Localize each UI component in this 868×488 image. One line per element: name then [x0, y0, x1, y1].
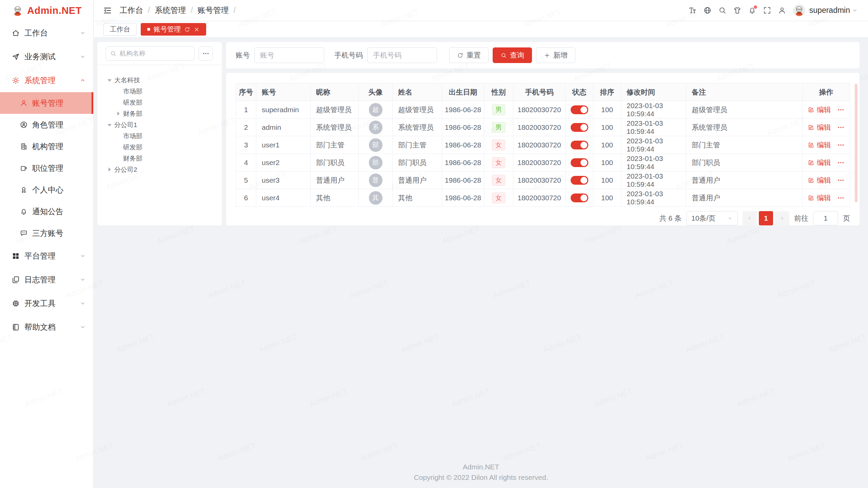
tree-caret-icon[interactable] — [116, 100, 123, 105]
edit-button[interactable]: 编辑 — [808, 105, 831, 115]
status-toggle[interactable] — [571, 158, 588, 167]
tree-caret-icon[interactable] — [107, 167, 114, 172]
cell-remark: 普通用户 — [686, 171, 803, 189]
tree-caret-icon[interactable] — [107, 78, 114, 82]
status-toggle[interactable] — [571, 141, 588, 149]
tree-caret-icon[interactable] — [116, 156, 123, 161]
row-more-button[interactable] — [837, 177, 845, 184]
page-number-button[interactable]: 1 — [759, 211, 773, 225]
refresh-icon[interactable] — [184, 26, 190, 33]
fullscreen-icon[interactable] — [760, 3, 775, 18]
chevron-down-icon — [80, 30, 86, 36]
tree-node[interactable]: 财务部 — [103, 153, 222, 164]
tree-node[interactable]: 分公司1 — [103, 119, 222, 130]
status-toggle[interactable] — [571, 123, 588, 132]
gender-badge: 女 — [492, 175, 505, 186]
tree-node[interactable]: 财务部 — [103, 108, 222, 119]
row-more-button[interactable] — [837, 194, 845, 202]
sidebar-subitem[interactable]: 账号管理 — [0, 92, 93, 114]
sidebar-item[interactable]: 工作台 — [0, 21, 93, 45]
tree-more-button[interactable] — [199, 46, 213, 61]
edit-button[interactable]: 编辑 — [808, 123, 831, 132]
sidebar-item[interactable]: 开发工具 — [0, 291, 93, 315]
sidebar-item[interactable]: 平台管理 — [0, 244, 93, 268]
cell-gender: 男 — [484, 119, 513, 136]
org-search-box — [105, 46, 195, 61]
cell-name: 系统管理员 — [393, 119, 442, 136]
sidebar-item[interactable]: 帮助文档 — [0, 315, 93, 339]
goto-label: 前往 — [794, 214, 808, 223]
tree-caret-icon[interactable] — [107, 123, 114, 127]
sidebar-subitem[interactable]: 角色管理 — [0, 114, 93, 136]
menu-fold-button[interactable] — [103, 5, 113, 16]
status-toggle[interactable] — [571, 194, 588, 202]
goto-page-input[interactable] — [813, 211, 838, 225]
row-more-button[interactable] — [837, 141, 845, 149]
gender-badge: 女 — [492, 192, 505, 203]
profile-icon[interactable] — [775, 3, 790, 18]
tree-node[interactable]: 市场部 — [103, 130, 222, 142]
close-icon[interactable] — [194, 26, 200, 33]
sidebar-subitem[interactable]: 职位管理 — [0, 157, 93, 179]
row-more-button[interactable] — [837, 159, 845, 166]
query-button[interactable]: 查询 — [493, 47, 532, 63]
cell-remark: 部门职员 — [686, 154, 803, 171]
cell-nickname: 部门职员 — [311, 154, 359, 171]
tree-node[interactable]: 大名科技 — [103, 75, 222, 86]
row-more-button[interactable] — [837, 124, 845, 131]
tree-caret-icon[interactable] — [116, 134, 123, 138]
add-button[interactable]: 新增 — [536, 47, 575, 63]
tree-node[interactable]: 研发部 — [103, 142, 222, 153]
cell-modified: 2023-01-03 10:59:44 — [621, 154, 686, 171]
next-page-button[interactable] — [775, 211, 789, 225]
theme-icon[interactable] — [730, 3, 745, 18]
breadcrumb-item[interactable]: 账号管理 — [198, 5, 240, 16]
tab-account-management[interactable]: 账号管理 — [141, 23, 206, 36]
sidebar-item-system-management[interactable]: 系统管理 — [0, 68, 93, 92]
cell-status — [566, 136, 593, 154]
status-toggle[interactable] — [571, 105, 588, 114]
username[interactable]: superadmin — [809, 6, 850, 15]
sidebar-item[interactable]: 日志管理 — [0, 268, 93, 291]
sidebar-subitem[interactable]: 三方账号 — [0, 222, 93, 244]
font-size-icon[interactable] — [685, 3, 700, 18]
tree-node[interactable]: 市场部 — [103, 86, 222, 97]
edit-button[interactable]: 编辑 — [808, 176, 831, 185]
sidebar-subitem[interactable]: 个人中心 — [0, 179, 93, 201]
breadcrumb-item[interactable]: 系统管理 — [155, 5, 197, 16]
reset-button[interactable]: 重置 — [449, 47, 489, 63]
chevron-down-icon[interactable] — [852, 7, 858, 13]
sidebar-item[interactable]: 业务测试 — [0, 45, 93, 68]
tree-node[interactable]: 分公司2 — [103, 164, 222, 175]
edit-button[interactable]: 编辑 — [808, 140, 831, 150]
edit-button[interactable]: 编辑 — [808, 193, 831, 203]
table-header-row: 序号 账号 昵称 头像 姓名 出生日期 性别 手机号码 状态 排序 修改时间 备… — [236, 83, 850, 101]
search-icon[interactable] — [715, 3, 730, 18]
menu-fold-icon — [103, 6, 112, 15]
sidebar-subitem[interactable]: 通知公告 — [0, 201, 93, 222]
table-scrollbar-thumb[interactable] — [855, 84, 857, 202]
edit-button[interactable]: 编辑 — [808, 158, 831, 167]
notification-icon[interactable] — [745, 3, 760, 18]
footer-copyright: Copyright © 2022 Dilon All rights reserv… — [94, 472, 868, 483]
prev-page-button[interactable] — [743, 211, 757, 225]
cell-sort: 100 — [593, 171, 621, 189]
page-size-select[interactable]: 10条/页 — [686, 211, 738, 225]
tab-workbench[interactable]: 工作台 — [103, 23, 137, 36]
tree-caret-icon[interactable] — [116, 145, 123, 149]
row-more-button[interactable] — [837, 106, 845, 114]
user-avatar[interactable] — [793, 4, 805, 17]
tree-node[interactable]: 研发部 — [103, 97, 222, 108]
tree-caret-icon[interactable] — [116, 111, 123, 116]
sidebar-subitem[interactable]: 机构管理 — [0, 136, 93, 157]
app-logo[interactable]: Admin.NET — [0, 0, 93, 21]
org-search-input[interactable] — [120, 50, 190, 57]
edit-icon — [808, 195, 814, 201]
account-input[interactable] — [254, 47, 324, 63]
phone-input[interactable] — [367, 47, 437, 63]
col-header-index: 序号 — [236, 83, 256, 101]
status-toggle[interactable] — [571, 176, 588, 185]
language-icon[interactable] — [700, 3, 715, 18]
tree-caret-icon[interactable] — [116, 89, 123, 94]
breadcrumb-item[interactable]: 工作台 — [120, 5, 155, 16]
